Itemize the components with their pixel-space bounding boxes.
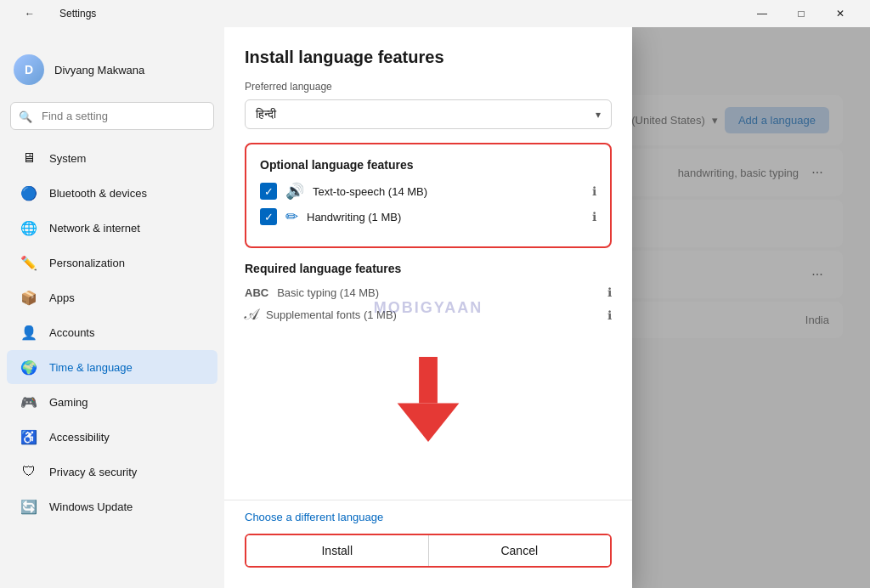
fonts-icon: 𝒜 [245, 306, 257, 324]
sidebar-item-accounts[interactable]: 👤 Accounts [7, 315, 218, 349]
dropdown-arrow-icon: ▾ [596, 109, 601, 121]
required-features-box: Required language features ABC Basic typ… [245, 262, 612, 331]
sidebar-item-label-network: Network & internet [49, 222, 140, 235]
modal-buttons: Install Cancel [245, 534, 612, 568]
typing-icon: ABC [245, 286, 268, 299]
sidebar: D Divyang Makwana 🔍 🖥 System 🔵 Bluetooth… [0, 27, 224, 588]
tts-icon: 🔊 [285, 182, 304, 201]
bluetooth-icon: 🔵 [20, 184, 37, 201]
content-area: & region English (United States) ▾ Add a… [224, 27, 870, 588]
feature-tts-left: ✓ 🔊 Text-to-speech (14 MB) [260, 182, 427, 201]
hw-checkbox[interactable]: ✓ [260, 208, 277, 225]
window-controls: — □ ✕ [743, 0, 860, 27]
sidebar-item-apps[interactable]: 📦 Apps [7, 280, 218, 314]
sidebar-item-label-apps: Apps [49, 291, 75, 304]
system-icon: 🖥 [20, 150, 37, 167]
req-fonts-left: 𝒜 Supplemental fonts (1 MB) [245, 306, 397, 324]
search-input[interactable] [10, 102, 214, 130]
gaming-icon: 🎮 [20, 393, 37, 410]
sidebar-item-label-time-language: Time & language [49, 361, 133, 374]
search-icon: 🔍 [19, 110, 32, 122]
tts-checkbox[interactable]: ✓ [260, 183, 277, 200]
modal-footer: Choose a different language Install Canc… [224, 500, 632, 588]
sidebar-item-personalization[interactable]: ✏️ Personalization [7, 246, 218, 280]
personalization-icon: ✏️ [20, 254, 37, 271]
req-item-fonts: 𝒜 Supplemental fonts (1 MB) ℹ [245, 306, 612, 324]
typing-label: Basic typing (14 MB) [277, 286, 379, 299]
fonts-label: Supplemental fonts (1 MB) [266, 308, 397, 321]
modal-overlay: Install language features Preferred lang… [224, 27, 870, 588]
close-button[interactable]: ✕ [821, 0, 860, 27]
sidebar-item-accessibility[interactable]: ♿ Accessibility [7, 420, 218, 454]
sidebar-item-windows-update[interactable]: 🔄 Windows Update [7, 489, 218, 523]
network-icon: 🌐 [20, 219, 37, 236]
language-dropdown[interactable]: हिन्दी ▾ [245, 99, 612, 129]
red-arrow-icon [394, 357, 462, 442]
sidebar-item-network[interactable]: 🌐 Network & internet [7, 211, 218, 245]
back-button[interactable]: ← [10, 0, 49, 27]
sidebar-user: D Divyang Makwana [0, 48, 224, 99]
avatar: D [14, 54, 44, 85]
apps-icon: 📦 [20, 289, 37, 306]
modal-dialog: Install language features Preferred lang… [224, 27, 632, 588]
feature-item-tts: ✓ 🔊 Text-to-speech (14 MB) ℹ [260, 182, 596, 201]
tts-label: Text-to-speech (14 MB) [313, 185, 427, 198]
req-item-typing: ABC Basic typing (14 MB) ℹ [245, 286, 612, 299]
typing-info-icon[interactable]: ℹ [607, 286, 612, 299]
sidebar-item-label-accessibility: Accessibility [49, 431, 110, 444]
minimize-button[interactable]: — [743, 0, 782, 27]
sidebar-item-label-bluetooth: Bluetooth & devices [49, 187, 147, 200]
choose-language-link[interactable]: Choose a different language [245, 511, 612, 523]
sidebar-nav: 🖥 System 🔵 Bluetooth & devices 🌐 Network… [0, 140, 224, 581]
arrow-container [224, 351, 632, 493]
sidebar-item-privacy[interactable]: 🛡 Privacy & security [7, 455, 218, 489]
optional-features-box: Optional language features ✓ 🔊 Text-to-s… [245, 143, 612, 248]
accounts-icon: 👤 [20, 324, 37, 341]
sidebar-item-label-privacy: Privacy & security [49, 466, 137, 478]
privacy-icon: 🛡 [20, 463, 37, 480]
preferred-language-label: Preferred language [224, 74, 632, 96]
sidebar-item-label-gaming: Gaming [49, 396, 88, 409]
title-bar: ← Settings — □ ✕ [0, 0, 870, 27]
maximize-button[interactable]: □ [782, 0, 821, 27]
search-container: 🔍 [10, 102, 214, 130]
sidebar-header [0, 27, 224, 48]
username: Divyang Makwana [54, 64, 144, 76]
req-typing-left: ABC Basic typing (14 MB) [245, 286, 379, 299]
sidebar-item-gaming[interactable]: 🎮 Gaming [7, 385, 218, 419]
language-dropdown-value: हिन्दी [256, 107, 276, 122]
hw-label: Handwriting (1 MB) [307, 211, 401, 223]
sidebar-item-label-windows-update: Windows Update [49, 500, 133, 513]
install-button[interactable]: Install [246, 535, 428, 566]
hw-info-icon[interactable]: ℹ [592, 210, 596, 223]
sidebar-item-system[interactable]: 🖥 System [7, 141, 218, 175]
cancel-button[interactable]: Cancel [428, 535, 611, 566]
sidebar-item-label-system: System [49, 152, 86, 165]
feature-item-handwriting: ✓ ✏ Handwriting (1 MB) ℹ [260, 207, 596, 226]
tts-info-icon[interactable]: ℹ [592, 184, 596, 198]
sidebar-item-label-personalization: Personalization [49, 257, 125, 269]
feature-hw-left: ✓ ✏ Handwriting (1 MB) [260, 207, 401, 226]
svg-rect-0 [419, 357, 438, 404]
main-container: D Divyang Makwana 🔍 🖥 System 🔵 Bluetooth… [0, 27, 870, 588]
modal-title: Install language features [224, 27, 632, 74]
required-features-title: Required language features [245, 262, 612, 275]
hw-icon: ✏ [285, 207, 298, 226]
sidebar-item-bluetooth[interactable]: 🔵 Bluetooth & devices [7, 176, 218, 210]
optional-features-title: Optional language features [260, 158, 596, 172]
time-language-icon: 🌍 [20, 359, 37, 376]
fonts-info-icon[interactable]: ℹ [607, 308, 612, 322]
sidebar-item-label-accounts: Accounts [49, 326, 94, 339]
windows-update-icon: 🔄 [20, 498, 37, 515]
svg-marker-1 [398, 404, 460, 442]
accessibility-icon: ♿ [20, 428, 37, 445]
app-title: Settings [59, 8, 96, 20]
title-bar-left: ← Settings [10, 0, 96, 27]
sidebar-item-time-language[interactable]: 🌍 Time & language [7, 350, 218, 384]
